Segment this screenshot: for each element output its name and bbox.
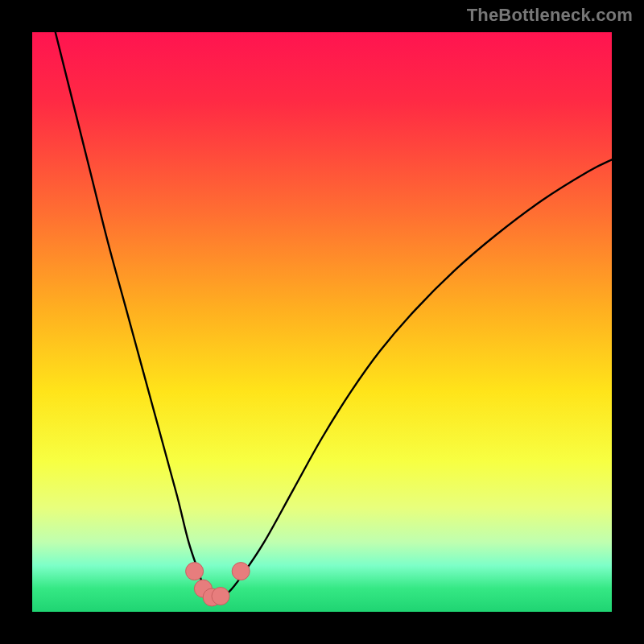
gradient-background — [32, 32, 612, 612]
marker-min-cluster-left — [186, 563, 204, 580]
marker-min-cluster-mid3 — [212, 588, 229, 605]
bottleneck-chart — [0, 0, 644, 644]
marker-min-cluster-right — [232, 563, 250, 580]
chart-frame: TheBottleneck.com — [0, 0, 644, 644]
